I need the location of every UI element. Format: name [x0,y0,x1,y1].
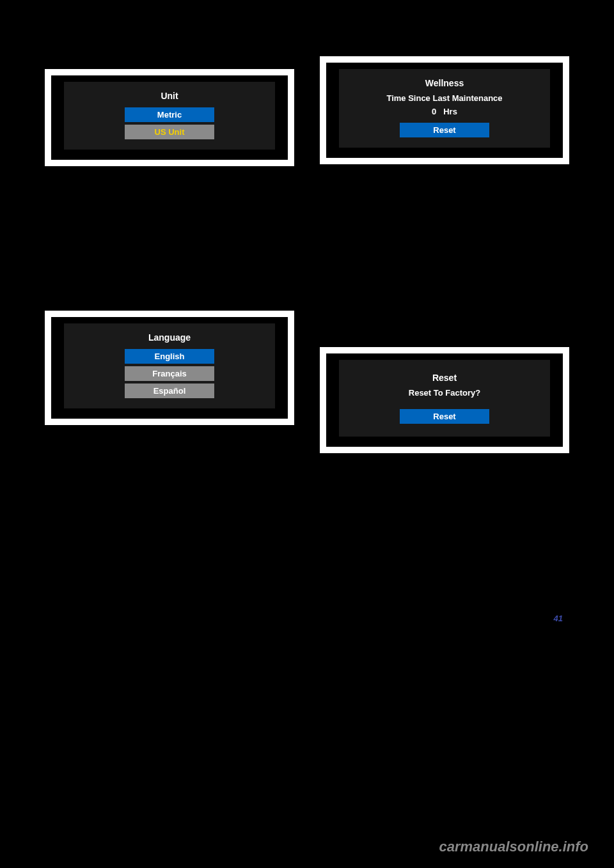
wellness-display: Wellness Time Since Last Maintenance 0 H… [320,56,569,164]
language-display: Language English Français Español [45,311,294,425]
reset-display: Reset Reset To Factory? Reset [320,347,569,453]
left-column: Unit Metric US Unit Language English Fra… [45,51,294,465]
wellness-display-subtitle: Time Since Last Maintenance [386,93,502,103]
language-option-english[interactable]: English [125,349,214,364]
language-option-espanol[interactable]: Español [125,384,214,398]
reset-display-subtitle: Reset To Factory? [409,388,480,398]
page: Unit Metric US Unit Language English Fra… [0,0,614,868]
reset-confirm-button[interactable]: Reset [400,409,489,424]
wellness-value-number: 0 [432,107,436,116]
reset-display-inner: Reset Reset To Factory? Reset [339,360,550,437]
unit-display: Unit Metric US Unit [45,69,294,166]
language-display-title: Language [148,332,191,343]
two-column-layout: Unit Metric US Unit Language English Fra… [13,26,601,465]
wellness-display-inner: Wellness Time Since Last Maintenance 0 H… [339,69,550,148]
wellness-reset-button[interactable]: Reset [400,123,489,137]
unit-option-us[interactable]: US Unit [125,125,214,139]
page-number-value: 41 [554,614,563,623]
language-option-francais[interactable]: Français [125,366,214,381]
right-column: Wellness Time Since Last Maintenance 0 H… [320,51,569,465]
wellness-display-title: Wellness [425,78,464,88]
unit-display-inner: Unit Metric US Unit [64,82,275,150]
unit-option-metric[interactable]: Metric [125,107,214,122]
reset-display-title: Reset [432,373,457,383]
unit-display-title: Unit [161,91,178,101]
language-display-inner: Language English Français Español [64,323,275,408]
footer-watermark: carmanualsonline.info [439,839,589,855]
wellness-value-unit: Hrs [443,107,457,116]
page-number: 41 [554,614,563,623]
wellness-display-value: 0 Hrs [432,107,457,116]
